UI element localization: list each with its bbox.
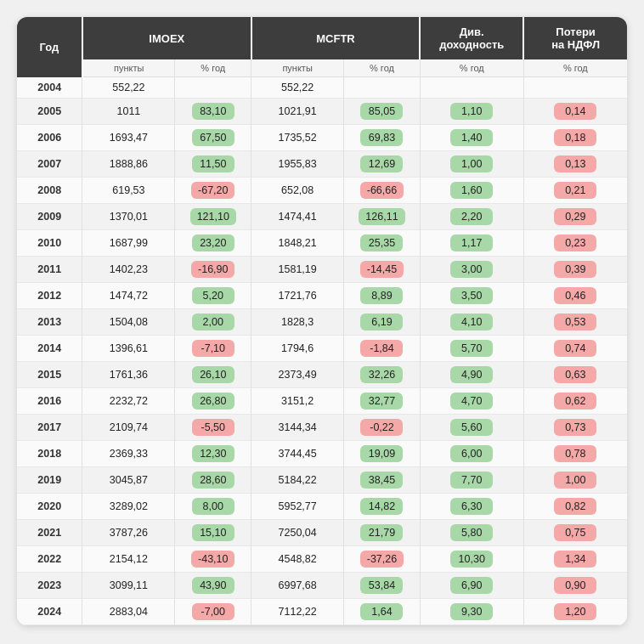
- header-div: Див. доходность: [420, 17, 523, 59]
- table-row: 20151761,3626,102373,4932,264,900,63: [17, 362, 627, 388]
- cell-div-pct: 1,10: [420, 99, 523, 125]
- sub-ndfl-pct: % год: [523, 59, 627, 77]
- cell-mcftr-pct: 1,64: [344, 599, 421, 625]
- main-table-wrapper: Год IMOEX MCFTR Див. доходность Потери н…: [17, 17, 627, 625]
- cell-mcftr-pct: 12,69: [344, 151, 421, 178]
- cell-mcftr-pts: 7250,04: [251, 520, 344, 546]
- table-row: 20071888,8611,501955,8312,691,000,13: [17, 151, 627, 178]
- cell-div-pct: 6,00: [420, 441, 523, 467]
- cell-mcftr-pts: 5184,22: [251, 467, 344, 494]
- cell-imoex-pts: 1011: [82, 99, 175, 125]
- cell-mcftr-pts: 1474,41: [251, 204, 344, 230]
- cell-year: 2019: [17, 467, 82, 494]
- cell-mcftr-pct: -1,84: [344, 336, 421, 362]
- cell-year: 2004: [17, 77, 82, 99]
- cell-mcftr-pct: -37,26: [344, 546, 421, 573]
- sub-div-pct: % год: [420, 59, 523, 77]
- cell-mcftr-pts: 7112,22: [251, 599, 344, 625]
- cell-mcftr-pct: -66,66: [344, 178, 421, 204]
- cell-imoex-pct: -7,10: [175, 336, 251, 362]
- cell-ndfl-pct: 0,23: [523, 230, 627, 257]
- cell-year: 2018: [17, 441, 82, 467]
- table-row: 20172109,74-5,503144,34-0,225,600,73: [17, 415, 627, 441]
- cell-mcftr-pts: 6997,68: [251, 573, 344, 599]
- table-row: 20203289,028,005952,7714,826,300,82: [17, 494, 627, 520]
- cell-imoex-pct: 12,30: [175, 441, 251, 467]
- cell-year: 2014: [17, 336, 82, 362]
- cell-imoex-pct: 15,10: [175, 520, 251, 546]
- cell-mcftr-pts: 1794,6: [251, 336, 344, 362]
- cell-mcftr-pct: -14,45: [344, 257, 421, 283]
- cell-imoex-pct: 83,10: [175, 99, 251, 125]
- cell-mcftr-pct: 32,77: [344, 388, 421, 415]
- cell-imoex-pts: 3289,02: [82, 494, 175, 520]
- cell-div-pct: 5,70: [420, 336, 523, 362]
- cell-year: 2006: [17, 125, 82, 151]
- table-row: 20091370,01121,101474,41126,112,200,29: [17, 204, 627, 230]
- cell-mcftr-pts: 3151,2: [251, 388, 344, 415]
- cell-imoex-pct: 121,10: [175, 204, 251, 230]
- table-row: 20141396,61-7,101794,6-1,845,700,74: [17, 336, 627, 362]
- cell-mcftr-pct: 19,09: [344, 441, 421, 467]
- cell-div-pct: 5,60: [420, 415, 523, 441]
- cell-year: 2007: [17, 151, 82, 178]
- cell-imoex-pts: 1888,86: [82, 151, 175, 178]
- header-ndfl: Потери на НДФЛ: [523, 17, 627, 59]
- cell-imoex-pts: 619,53: [82, 178, 175, 204]
- table-row: 20131504,082,001828,36,194,100,53: [17, 309, 627, 336]
- cell-div-pct: 10,30: [420, 546, 523, 573]
- cell-imoex-pts: 2154,12: [82, 546, 175, 573]
- table-row: 20222154,12-43,104548,82-37,2610,301,34: [17, 546, 627, 573]
- cell-year: 2015: [17, 362, 82, 388]
- table-row: 20182369,3312,303744,4519,096,000,78: [17, 441, 627, 467]
- cell-div-pct: 1,60: [420, 178, 523, 204]
- cell-imoex-pts: 552,22: [82, 77, 175, 99]
- table-row: 20213787,2615,107250,0421,795,800,75: [17, 520, 627, 546]
- cell-div-pct: 6,30: [420, 494, 523, 520]
- cell-imoex-pct: 23,20: [175, 230, 251, 257]
- data-table: Год IMOEX MCFTR Див. доходность Потери н…: [17, 17, 627, 625]
- sub-imoex-pct: % год: [175, 59, 251, 77]
- cell-imoex-pct: 26,10: [175, 362, 251, 388]
- cell-ndfl-pct: 0,13: [523, 151, 627, 178]
- cell-div-pct: 4,10: [420, 309, 523, 336]
- cell-year: 2021: [17, 520, 82, 546]
- cell-div-pct: 2,20: [420, 204, 523, 230]
- cell-ndfl-pct: 0,75: [523, 520, 627, 546]
- cell-imoex-pct: 43,90: [175, 573, 251, 599]
- cell-div-pct: 5,80: [420, 520, 523, 546]
- cell-ndfl-pct: [523, 77, 627, 99]
- cell-imoex-pct: 11,50: [175, 151, 251, 178]
- cell-mcftr-pts: 1848,21: [251, 230, 344, 257]
- cell-mcftr-pct: 53,84: [344, 573, 421, 599]
- sub-mcftr-pts: пункты: [251, 59, 344, 77]
- cell-imoex-pts: 1396,61: [82, 336, 175, 362]
- cell-imoex-pts: 2883,04: [82, 599, 175, 625]
- cell-mcftr-pts: 1721,76: [251, 283, 344, 309]
- cell-year: 2022: [17, 546, 82, 573]
- table-row: 20111402,23-16,901581,19-14,453,000,39: [17, 257, 627, 283]
- cell-div-pct: [420, 77, 523, 99]
- table-row: 2005101183,101021,9185,051,100,14: [17, 99, 627, 125]
- cell-mcftr-pts: 5952,77: [251, 494, 344, 520]
- cell-ndfl-pct: 0,73: [523, 415, 627, 441]
- cell-mcftr-pct: 8,89: [344, 283, 421, 309]
- table-row: 20233099,1143,906997,6853,846,900,90: [17, 573, 627, 599]
- cell-ndfl-pct: 0,78: [523, 441, 627, 467]
- cell-div-pct: 9,30: [420, 599, 523, 625]
- cell-mcftr-pts: 1021,91: [251, 99, 344, 125]
- cell-mcftr-pct: 32,26: [344, 362, 421, 388]
- cell-ndfl-pct: 0,74: [523, 336, 627, 362]
- cell-imoex-pct: 2,00: [175, 309, 251, 336]
- cell-imoex-pts: 1504,08: [82, 309, 175, 336]
- table-row: 2008619,53-67,20652,08-66,661,600,21: [17, 178, 627, 204]
- cell-imoex-pct: 67,50: [175, 125, 251, 151]
- cell-imoex-pts: 1687,99: [82, 230, 175, 257]
- cell-year: 2009: [17, 204, 82, 230]
- cell-imoex-pts: 3787,26: [82, 520, 175, 546]
- cell-ndfl-pct: 1,20: [523, 599, 627, 625]
- cell-mcftr-pct: 85,05: [344, 99, 421, 125]
- cell-ndfl-pct: 0,62: [523, 388, 627, 415]
- cell-mcftr-pts: 652,08: [251, 178, 344, 204]
- cell-imoex-pts: 1761,36: [82, 362, 175, 388]
